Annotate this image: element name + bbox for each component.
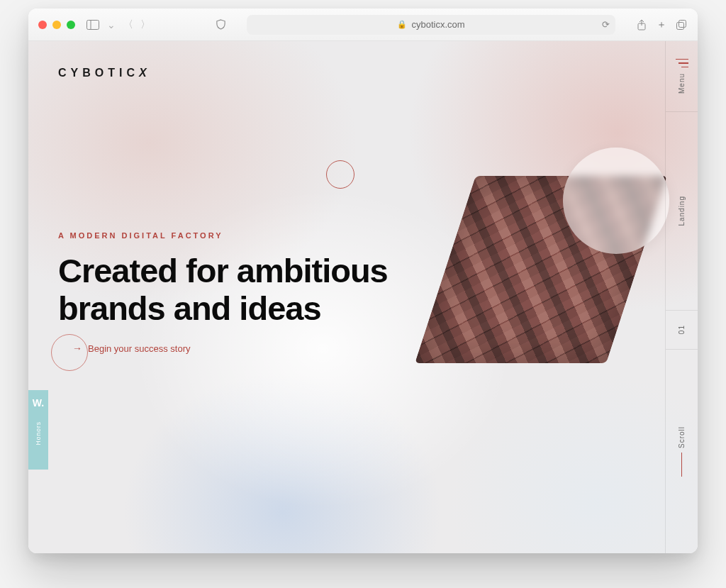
address-bar[interactable]: 🔒 cyboticx.com ⟳ (247, 15, 615, 35)
toolbar-caret-icon[interactable]: ⌄ (106, 18, 116, 31)
brand-logo-text: CYBOTIC (58, 67, 139, 79)
cta-label: Begin your success story (88, 343, 191, 354)
burger-icon (676, 59, 688, 68)
sidebar-toggle-icon[interactable] (86, 18, 99, 31)
lock-icon: 🔒 (397, 20, 407, 29)
hero-headline: Created for ambitious brands and ideas (58, 253, 427, 327)
close-window-button[interactable] (38, 21, 47, 29)
svg-rect-3 (677, 22, 684, 29)
cta-link[interactable]: → Begin your success story (72, 343, 427, 354)
menu-button[interactable]: Menu (666, 41, 698, 112)
frosted-circle-icon (563, 148, 669, 254)
back-button[interactable]: 〈 (123, 18, 133, 31)
cta-circle-icon (51, 334, 88, 371)
share-icon[interactable] (635, 18, 648, 31)
menu-label: Menu (678, 73, 686, 94)
url-host: cyboticx.com (411, 19, 464, 30)
tabs-overview-icon[interactable] (675, 18, 688, 31)
minimize-window-button[interactable] (52, 21, 61, 29)
page-index-label: 01 (678, 325, 686, 334)
page-viewport: CYBOTICX A MODERN DIGITAL FACTORY Create… (28, 41, 698, 553)
window-controls (38, 21, 75, 29)
scroll-line-icon (681, 453, 683, 477)
awwwards-badge[interactable]: W. Honors (28, 390, 48, 470)
zoom-window-button[interactable] (67, 21, 75, 29)
reload-icon[interactable]: ⟳ (602, 19, 610, 30)
browser-toolbar: ⌄ 〈 〉 🔒 cyboticx.com ⟳ ＋ (28, 9, 698, 41)
svg-rect-4 (679, 20, 686, 27)
shield-icon[interactable] (214, 18, 227, 31)
forward-button[interactable]: 〉 (140, 18, 150, 31)
scroll-hint[interactable]: Scroll (666, 350, 698, 553)
section-indicator: Landing (666, 112, 698, 311)
browser-window: ⌄ 〈 〉 🔒 cyboticx.com ⟳ ＋ CYBOTICX A MODE… (28, 9, 698, 553)
decorative-circle-icon (326, 160, 354, 189)
section-label: Landing (678, 196, 686, 226)
scroll-label: Scroll (678, 426, 686, 448)
awwwards-label: Honors (35, 421, 42, 445)
brand-logo[interactable]: CYBOTICX (58, 67, 147, 79)
hero-section: A MODERN DIGITAL FACTORY Created for amb… (58, 231, 427, 354)
hero-eyebrow: A MODERN DIGITAL FACTORY (58, 231, 427, 240)
page-index: 01 (666, 311, 698, 350)
right-rail: Menu Landing 01 Scroll (665, 41, 698, 553)
awwwards-w-icon: W. (33, 397, 44, 409)
svg-rect-0 (87, 20, 99, 29)
brand-logo-x: X (139, 67, 147, 79)
new-tab-icon[interactable]: ＋ (655, 18, 668, 31)
